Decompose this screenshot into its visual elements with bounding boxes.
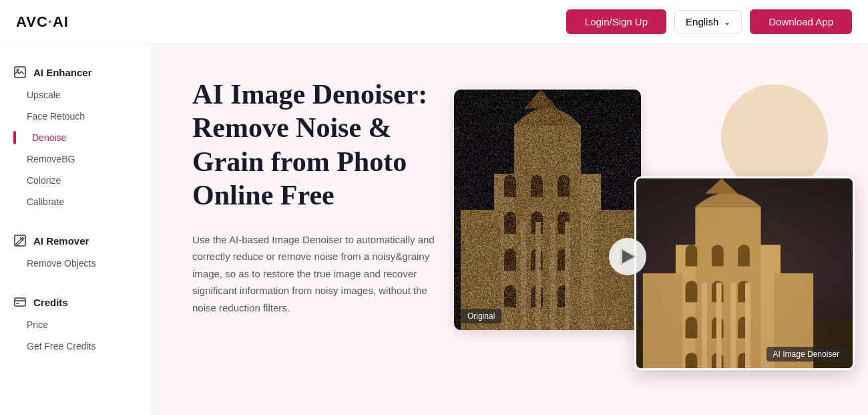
layout: AI Enhancer Upscale Face Retouch Denoise…	[0, 44, 868, 415]
login-button[interactable]: Login/Sign Up	[566, 9, 666, 34]
noisy-canvas	[454, 90, 641, 330]
transition-arrow	[608, 237, 648, 277]
ai-remover-title: AI Remover	[33, 235, 89, 247]
sidebar-item-remove-objects[interactable]: Remove Objects	[0, 253, 152, 274]
header: AVC·AI Login/Sign Up English ⌄ Download …	[0, 0, 868, 44]
main-content: AI Image Denoiser: Remove Noise & Grain …	[152, 44, 868, 415]
content-left: AI Image Denoiser: Remove Noise & Grain …	[192, 71, 446, 316]
sidebar-item-calibrate[interactable]: Calibrate	[0, 191, 152, 213]
svg-point-1	[17, 69, 19, 71]
content-right: Original AI Image Denoiser	[441, 44, 868, 415]
ai-enhancer-title: AI Enhancer	[33, 67, 92, 78]
clean-canvas	[636, 178, 853, 368]
download-app-button[interactable]: Download App	[750, 9, 852, 34]
sidebar-item-removebg[interactable]: RemoveBG	[0, 148, 152, 170]
sidebar-item-upscale[interactable]: Upscale	[0, 84, 152, 106]
image-container: Original AI Image Denoiser	[454, 90, 855, 370]
credits-icon	[13, 295, 27, 309]
chevron-down-icon: ⌄	[724, 17, 730, 27]
sidebar-item-face-retouch[interactable]: Face Retouch	[0, 106, 152, 127]
sidebar-section-ai-remover: AI Remover Remove Objects	[0, 229, 152, 274]
denoised-label: AI Image Denoiser	[767, 347, 846, 362]
sidebar-item-price[interactable]: Price	[0, 314, 152, 335]
sidebar-section-ai-enhancer: AI Enhancer Upscale Face Retouch Denoise…	[0, 60, 152, 213]
page-title: AI Image Denoiser: Remove Noise & Grain …	[192, 78, 446, 213]
ai-remover-items: Remove Objects	[0, 253, 152, 274]
language-label: English	[686, 16, 718, 27]
credits-items: Price Get Free Credits	[0, 314, 152, 357]
ai-enhancer-items: Upscale Face Retouch Denoise RemoveBG Co…	[0, 84, 152, 213]
header-right: Login/Sign Up English ⌄ Download App	[566, 9, 852, 34]
original-label: Original	[461, 309, 501, 323]
sidebar-item-denoise[interactable]: Denoise	[0, 127, 152, 148]
sidebar-section-title-ai-enhancer: AI Enhancer	[0, 60, 152, 84]
logo: AVC·AI	[16, 13, 69, 31]
sidebar-section-title-ai-remover: AI Remover	[0, 229, 152, 253]
sidebar-item-colorize[interactable]: Colorize	[0, 170, 152, 191]
arrow-overlay	[608, 237, 648, 277]
image-icon	[13, 65, 27, 79]
language-selector[interactable]: English ⌄	[674, 10, 742, 33]
sidebar-item-get-free-credits[interactable]: Get Free Credits	[0, 335, 152, 357]
page-description: Use the AI-based Image Denoiser to autom…	[192, 231, 446, 317]
sidebar-section-credits: Credits Price Get Free Credits	[0, 290, 152, 357]
sidebar: AI Enhancer Upscale Face Retouch Denoise…	[0, 44, 152, 415]
denoised-image: AI Image Denoiser	[634, 176, 855, 370]
original-image: Original	[454, 90, 641, 330]
credits-title: Credits	[33, 297, 68, 308]
sidebar-section-title-credits: Credits	[0, 290, 152, 314]
eraser-icon	[13, 234, 27, 247]
svg-rect-4	[15, 298, 25, 306]
